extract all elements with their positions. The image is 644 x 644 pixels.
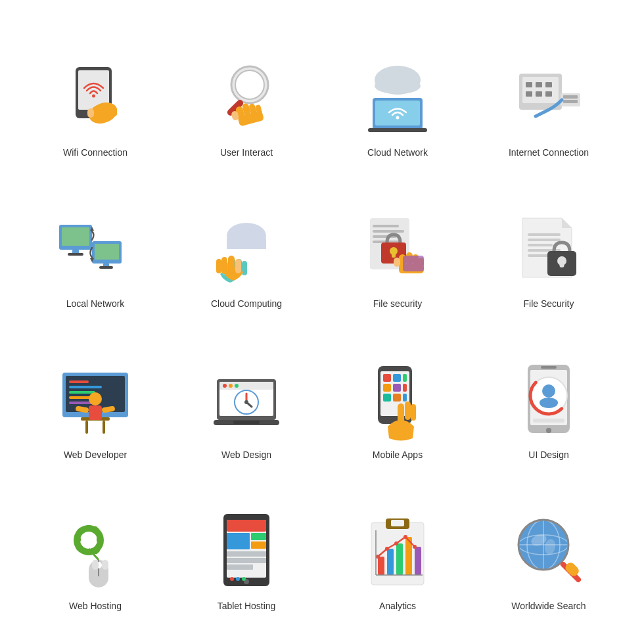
svg-point-173: [385, 547, 389, 551]
svg-point-163: [242, 577, 246, 581]
svg-point-176: [413, 545, 417, 549]
svg-rect-5: [100, 104, 106, 115]
svg-rect-138: [74, 537, 81, 542]
svg-rect-159: [227, 558, 266, 563]
local-network-label: Local Network: [66, 298, 125, 309]
svg-rect-61: [373, 230, 404, 233]
cloud-network-label: Cloud Network: [367, 147, 428, 158]
svg-rect-83: [560, 260, 564, 267]
svg-rect-42: [95, 244, 119, 260]
cloud-computing-icon: [204, 205, 289, 290]
svg-rect-30: [545, 82, 552, 87]
svg-rect-119: [383, 394, 391, 402]
svg-rect-66: [392, 251, 396, 258]
svg-rect-57: [216, 259, 221, 273]
web-developer-icon: [53, 356, 138, 442]
svg-point-10: [235, 70, 264, 99]
worldwide-search-label: Worldwide Search: [511, 601, 586, 611]
file-security-1-label: File security: [373, 298, 423, 309]
icon-cell-user-interact: User Interact: [174, 23, 319, 168]
icon-cell-cloud-computing: Cloud Computing: [174, 174, 319, 319]
analytics-label: Analytics: [379, 601, 416, 611]
svg-rect-60: [373, 225, 399, 227]
svg-rect-53: [242, 261, 247, 275]
tablet-hosting-label: Tablet Hosting: [218, 601, 276, 611]
svg-rect-25: [368, 128, 427, 132]
svg-rect-50: [227, 239, 266, 249]
internet-connection-label: Internet Connection: [509, 147, 589, 158]
svg-rect-58: [235, 259, 241, 273]
icon-cell-web-design: Web Design: [174, 325, 319, 470]
svg-point-132: [540, 398, 558, 408]
svg-rect-168: [387, 549, 394, 575]
svg-rect-87: [69, 386, 102, 388]
svg-rect-117: [393, 384, 401, 392]
icon-cell-web-hosting: Web Hosting: [23, 476, 168, 621]
icon-cell-file-security-1: File security: [325, 174, 470, 319]
svg-rect-128: [541, 366, 557, 369]
svg-rect-71: [394, 258, 400, 267]
file-security-2-label: File Security: [523, 298, 574, 309]
svg-rect-160: [227, 564, 253, 570]
icon-cell-wifi-connection: Wifi Connection: [23, 23, 168, 168]
file-security-1-icon: [355, 205, 440, 290]
svg-rect-55: [228, 256, 235, 274]
svg-rect-40: [68, 253, 83, 256]
svg-rect-31: [526, 91, 532, 97]
svg-rect-121: [403, 394, 407, 402]
local-network-icon: [53, 205, 138, 290]
web-developer-label: Web Developer: [64, 449, 127, 460]
svg-rect-36: [563, 100, 578, 103]
svg-point-94: [89, 392, 102, 405]
icon-cell-mobile-apps: Mobile Apps: [325, 325, 470, 470]
svg-rect-109: [233, 421, 260, 424]
svg-rect-27: [522, 77, 559, 103]
svg-rect-114: [393, 374, 401, 382]
svg-rect-56: [221, 257, 227, 274]
svg-point-175: [403, 535, 407, 539]
svg-rect-92: [85, 421, 88, 434]
svg-rect-93: [103, 421, 105, 434]
user-interact-label: User Interact: [220, 147, 273, 158]
svg-rect-95: [89, 405, 102, 420]
svg-point-2: [92, 95, 95, 98]
svg-rect-155: [227, 533, 250, 549]
file-security-2-icon: [506, 205, 591, 290]
svg-rect-77: [528, 239, 561, 241]
svg-rect-89: [69, 396, 92, 399]
icon-cell-file-security-2: File Security: [476, 174, 621, 319]
svg-point-161: [230, 577, 234, 581]
icon-grid: Wifi Connection User Int: [10, 10, 634, 634]
svg-point-101: [223, 384, 227, 388]
icon-cell-ui-design: UI Design: [476, 325, 621, 470]
wifi-connection-label: Wifi Connection: [63, 147, 127, 158]
svg-rect-136: [86, 525, 91, 532]
svg-rect-156: [251, 533, 266, 540]
icon-cell-tablet-hosting: Tablet Hosting: [174, 476, 319, 621]
svg-rect-157: [251, 541, 266, 549]
svg-rect-35: [563, 95, 578, 99]
web-hosting-label: Web Hosting: [69, 601, 122, 611]
mobile-apps-label: Mobile Apps: [373, 449, 423, 460]
ui-design-label: UI Design: [528, 449, 568, 460]
svg-rect-44: [99, 266, 113, 269]
svg-point-174: [394, 541, 398, 545]
svg-rect-149: [92, 560, 99, 570]
svg-point-103: [235, 384, 239, 388]
cloud-computing-label: Cloud Computing: [211, 298, 282, 309]
svg-rect-33: [545, 91, 552, 97]
cloud-network-icon: [355, 54, 440, 139]
svg-point-162: [236, 577, 240, 581]
svg-rect-28: [526, 82, 532, 87]
svg-rect-76: [528, 233, 561, 236]
icon-cell-analytics: Analytics: [325, 476, 470, 621]
svg-rect-124: [411, 404, 416, 421]
svg-point-131: [542, 384, 555, 398]
svg-point-107: [244, 400, 248, 404]
web-design-label: Web Design: [221, 449, 271, 460]
svg-rect-118: [403, 384, 407, 392]
wifi-connection-icon: [53, 54, 138, 139]
svg-rect-8: [87, 108, 94, 118]
svg-rect-73: [403, 256, 424, 271]
svg-rect-32: [536, 91, 542, 97]
